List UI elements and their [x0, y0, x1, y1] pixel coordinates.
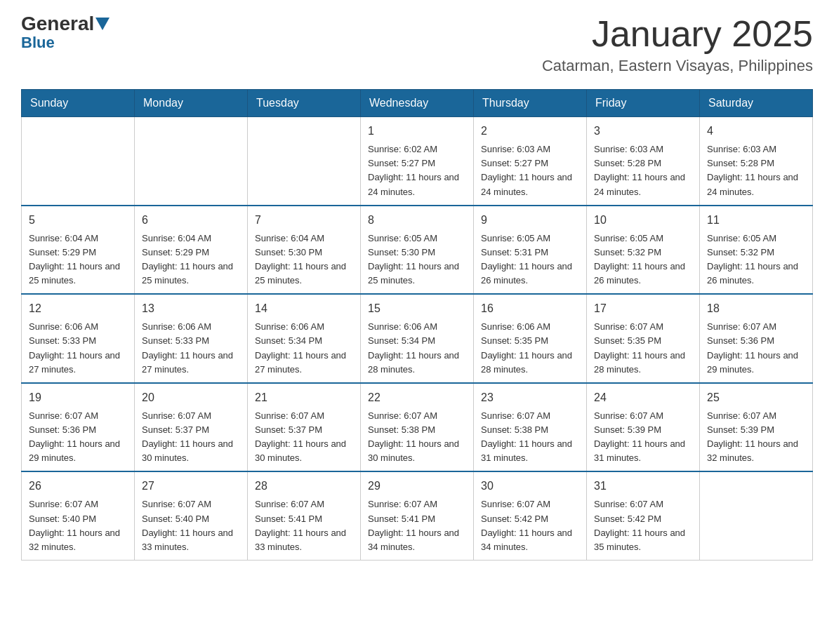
day-cell: 20Sunrise: 6:07 AM Sunset: 5:37 PM Dayli…: [135, 383, 248, 472]
day-cell: 2Sunrise: 6:03 AM Sunset: 5:27 PM Daylig…: [474, 117, 587, 206]
day-info: Sunrise: 6:03 AM Sunset: 5:28 PM Dayligh…: [594, 142, 692, 199]
logo-blue-text: Blue: [21, 34, 55, 52]
day-number: 14: [255, 300, 353, 317]
day-cell: 30Sunrise: 6:07 AM Sunset: 5:42 PM Dayli…: [474, 471, 587, 560]
day-info: Sunrise: 6:07 AM Sunset: 5:41 PM Dayligh…: [255, 497, 353, 554]
day-number: 18: [707, 300, 805, 317]
header-monday: Monday: [135, 90, 248, 117]
day-number: 27: [142, 478, 240, 495]
day-cell: 10Sunrise: 6:05 AM Sunset: 5:32 PM Dayli…: [587, 206, 700, 295]
day-info: Sunrise: 6:06 AM Sunset: 5:34 PM Dayligh…: [368, 320, 466, 377]
calendar-subtitle: Catarman, Eastern Visayas, Philippines: [542, 57, 813, 75]
day-cell: 14Sunrise: 6:06 AM Sunset: 5:34 PM Dayli…: [248, 294, 361, 383]
day-cell: 7Sunrise: 6:04 AM Sunset: 5:30 PM Daylig…: [248, 206, 361, 295]
logo-triangle-icon: [95, 18, 110, 30]
day-number: 30: [481, 478, 579, 495]
day-number: 16: [481, 300, 579, 317]
day-info: Sunrise: 6:05 AM Sunset: 5:32 PM Dayligh…: [707, 232, 805, 288]
day-cell: 25Sunrise: 6:07 AM Sunset: 5:39 PM Dayli…: [700, 383, 813, 472]
day-cell: 29Sunrise: 6:07 AM Sunset: 5:41 PM Dayli…: [361, 471, 474, 560]
day-number: 17: [594, 300, 692, 317]
day-info: Sunrise: 6:07 AM Sunset: 5:42 PM Dayligh…: [481, 497, 579, 554]
day-cell: 21Sunrise: 6:07 AM Sunset: 5:37 PM Dayli…: [248, 383, 361, 472]
day-info: Sunrise: 6:05 AM Sunset: 5:32 PM Dayligh…: [594, 232, 692, 288]
day-number: 3: [594, 123, 692, 140]
week-row-2: 5Sunrise: 6:04 AM Sunset: 5:29 PM Daylig…: [22, 206, 813, 295]
day-cell: 15Sunrise: 6:06 AM Sunset: 5:34 PM Dayli…: [361, 294, 474, 383]
day-number: 31: [594, 478, 692, 495]
day-cell: [700, 471, 813, 560]
day-info: Sunrise: 6:07 AM Sunset: 5:40 PM Dayligh…: [29, 497, 127, 554]
day-cell: 9Sunrise: 6:05 AM Sunset: 5:31 PM Daylig…: [474, 206, 587, 295]
day-info: Sunrise: 6:06 AM Sunset: 5:34 PM Dayligh…: [255, 320, 353, 377]
header-tuesday: Tuesday: [248, 90, 361, 117]
header-sunday: Sunday: [22, 90, 135, 117]
day-number: 4: [707, 123, 805, 140]
day-cell: 16Sunrise: 6:06 AM Sunset: 5:35 PM Dayli…: [474, 294, 587, 383]
day-cell: 13Sunrise: 6:06 AM Sunset: 5:33 PM Dayli…: [135, 294, 248, 383]
day-info: Sunrise: 6:07 AM Sunset: 5:37 PM Dayligh…: [255, 409, 353, 466]
day-number: 13: [142, 300, 240, 317]
week-row-4: 19Sunrise: 6:07 AM Sunset: 5:36 PM Dayli…: [22, 383, 813, 472]
day-number: 10: [594, 212, 692, 229]
day-info: Sunrise: 6:05 AM Sunset: 5:30 PM Dayligh…: [368, 232, 466, 288]
day-info: Sunrise: 6:03 AM Sunset: 5:28 PM Dayligh…: [707, 142, 805, 199]
day-cell: [22, 117, 135, 206]
day-cell: 31Sunrise: 6:07 AM Sunset: 5:42 PM Dayli…: [587, 471, 700, 560]
header-wednesday: Wednesday: [361, 90, 474, 117]
day-number: 12: [29, 300, 127, 317]
calendar-table: Sunday Monday Tuesday Wednesday Thursday…: [21, 89, 813, 561]
weekday-header-row: Sunday Monday Tuesday Wednesday Thursday…: [22, 90, 813, 117]
logo: General Blue: [21, 14, 111, 52]
header-thursday: Thursday: [474, 90, 587, 117]
day-number: 21: [255, 389, 353, 406]
day-cell: 23Sunrise: 6:07 AM Sunset: 5:38 PM Dayli…: [474, 383, 587, 472]
day-cell: 8Sunrise: 6:05 AM Sunset: 5:30 PM Daylig…: [361, 206, 474, 295]
day-number: 25: [707, 389, 805, 406]
day-cell: 4Sunrise: 6:03 AM Sunset: 5:28 PM Daylig…: [700, 117, 813, 206]
week-row-1: 1Sunrise: 6:02 AM Sunset: 5:27 PM Daylig…: [22, 117, 813, 206]
day-number: 5: [29, 212, 127, 229]
day-number: 24: [594, 389, 692, 406]
day-number: 19: [29, 389, 127, 406]
day-info: Sunrise: 6:03 AM Sunset: 5:27 PM Dayligh…: [481, 142, 579, 199]
day-cell: 1Sunrise: 6:02 AM Sunset: 5:27 PM Daylig…: [361, 117, 474, 206]
day-number: 15: [368, 300, 466, 317]
day-cell: 22Sunrise: 6:07 AM Sunset: 5:38 PM Dayli…: [361, 383, 474, 472]
day-info: Sunrise: 6:06 AM Sunset: 5:35 PM Dayligh…: [481, 320, 579, 377]
day-cell: 18Sunrise: 6:07 AM Sunset: 5:36 PM Dayli…: [700, 294, 813, 383]
day-cell: 5Sunrise: 6:04 AM Sunset: 5:29 PM Daylig…: [22, 206, 135, 295]
day-number: 28: [255, 478, 353, 495]
day-info: Sunrise: 6:05 AM Sunset: 5:31 PM Dayligh…: [481, 232, 579, 288]
calendar-title: January 2025: [542, 14, 813, 54]
day-number: 7: [255, 212, 353, 229]
title-section: January 2025 Catarman, Eastern Visayas, …: [542, 14, 813, 75]
day-info: Sunrise: 6:07 AM Sunset: 5:36 PM Dayligh…: [707, 320, 805, 377]
day-info: Sunrise: 6:07 AM Sunset: 5:36 PM Dayligh…: [29, 409, 127, 466]
day-cell: 3Sunrise: 6:03 AM Sunset: 5:28 PM Daylig…: [587, 117, 700, 206]
day-number: 8: [368, 212, 466, 229]
day-info: Sunrise: 6:04 AM Sunset: 5:30 PM Dayligh…: [255, 232, 353, 288]
page-header: General Blue January 2025 Catarman, East…: [21, 14, 813, 75]
day-cell: 26Sunrise: 6:07 AM Sunset: 5:40 PM Dayli…: [22, 471, 135, 560]
day-info: Sunrise: 6:04 AM Sunset: 5:29 PM Dayligh…: [142, 232, 240, 288]
day-info: Sunrise: 6:07 AM Sunset: 5:35 PM Dayligh…: [594, 320, 692, 377]
logo-general-text: General: [21, 14, 94, 34]
header-friday: Friday: [587, 90, 700, 117]
day-number: 6: [142, 212, 240, 229]
day-cell: 28Sunrise: 6:07 AM Sunset: 5:41 PM Dayli…: [248, 471, 361, 560]
day-number: 11: [707, 212, 805, 229]
day-info: Sunrise: 6:07 AM Sunset: 5:38 PM Dayligh…: [481, 409, 579, 466]
day-cell: [135, 117, 248, 206]
day-info: Sunrise: 6:04 AM Sunset: 5:29 PM Dayligh…: [29, 232, 127, 288]
day-cell: 11Sunrise: 6:05 AM Sunset: 5:32 PM Dayli…: [700, 206, 813, 295]
header-saturday: Saturday: [700, 90, 813, 117]
day-info: Sunrise: 6:07 AM Sunset: 5:39 PM Dayligh…: [707, 409, 805, 466]
day-info: Sunrise: 6:06 AM Sunset: 5:33 PM Dayligh…: [29, 320, 127, 377]
day-info: Sunrise: 6:07 AM Sunset: 5:39 PM Dayligh…: [594, 409, 692, 466]
day-cell: 17Sunrise: 6:07 AM Sunset: 5:35 PM Dayli…: [587, 294, 700, 383]
day-number: 2: [481, 123, 579, 140]
day-number: 29: [368, 478, 466, 495]
day-cell: 12Sunrise: 6:06 AM Sunset: 5:33 PM Dayli…: [22, 294, 135, 383]
day-info: Sunrise: 6:07 AM Sunset: 5:40 PM Dayligh…: [142, 497, 240, 554]
